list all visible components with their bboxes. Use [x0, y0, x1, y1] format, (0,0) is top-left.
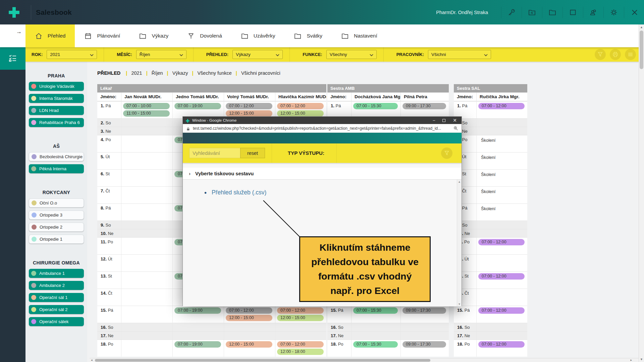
shift-pill[interactable]: 07:00 - 12:00: [478, 273, 525, 280]
location-ortopedie-2[interactable]: Ortopedie 2: [29, 223, 84, 232]
shift-cell[interactable]: [121, 272, 172, 289]
tab-uzaverky[interactable]: Uzávěrky: [231, 24, 285, 47]
list-scroll-up-icon[interactable]: ▲: [457, 180, 462, 183]
shift-pill[interactable]: 11:00 - 15:00: [123, 110, 170, 117]
maximize-icon[interactable]: [442, 119, 445, 122]
tab-prehled[interactable]: Přehled: [25, 24, 75, 47]
shift-cell[interactable]: 07:00 - 12:00: [476, 102, 527, 118]
shift-cell[interactable]: 07:00 - 12:00: [476, 306, 527, 323]
shift-cell[interactable]: [476, 229, 527, 237]
popup-urlbar[interactable]: test.tamed.cz/window.php?checked=&modul=…: [183, 124, 462, 133]
minimize-icon[interactable]: –: [433, 118, 435, 122]
shift-cell[interactable]: [351, 323, 400, 331]
breadcrumb-item-vykazy[interactable]: Výkazy: [172, 70, 188, 76]
breadcrumb-item-rijen[interactable]: Říjen: [152, 70, 163, 76]
reset-button[interactable]: reset: [240, 148, 265, 158]
close-icon[interactable]: [630, 8, 639, 17]
shift-cell[interactable]: 07:00 - 12:0012:00 - 18:00: [275, 340, 326, 357]
shift-pill[interactable]: 09:00 - 17:30: [402, 341, 446, 348]
shift-cell[interactable]: 07:00 - 12:00: [476, 238, 527, 254]
user-name[interactable]: PharmDr. Ondřej Straka: [436, 10, 488, 15]
popup-url[interactable]: test.tamed.cz/window.php?checked=&modul=…: [193, 126, 450, 131]
shift-cell[interactable]: 07:00 - 15:30: [351, 102, 400, 118]
scroll-up-icon[interactable]: ▲: [639, 25, 644, 29]
location-ldn-hrad[interactable]: LDN Hrad: [29, 106, 84, 115]
shift-pill[interactable]: 07:00 - 12:00: [226, 307, 272, 314]
horizontal-scroll-thumb[interactable]: [95, 359, 430, 362]
scroll-down-icon[interactable]: ▼: [639, 358, 644, 361]
location-interna-staromak[interactable]: Interna Staromák: [29, 94, 84, 103]
shift-cell[interactable]: [172, 331, 224, 340]
funkce-select[interactable]: Všechny: [326, 50, 377, 59]
shift-pill[interactable]: 12:00 - 15:00: [226, 315, 272, 321]
shift-cell[interactable]: 07:00 - 12:0012:00 - 15:00: [224, 102, 275, 118]
search-input[interactable]: [189, 148, 240, 158]
vertical-scroll-thumb[interactable]: [640, 31, 643, 69]
shift-cell[interactable]: [121, 323, 172, 331]
breadcrumb-item-vsechny-funkce[interactable]: Všechny funkce: [197, 70, 231, 76]
shift-pill[interactable]: 07:00 - 12:00: [478, 103, 525, 109]
folder-icon[interactable]: [548, 8, 557, 17]
collapse-arrow-icon[interactable]: →: [16, 28, 22, 35]
shift-pill[interactable]: 07:00 - 15:30: [353, 103, 398, 109]
shift-cell[interactable]: [476, 119, 527, 127]
key-icon[interactable]: [507, 8, 516, 17]
shift-cell[interactable]: Školení: [476, 187, 527, 203]
shift-cell[interactable]: [351, 331, 400, 340]
report-section-header[interactable]: › Vyberte tiskovou sestavu: [183, 168, 462, 180]
filter-icon[interactable]: [595, 49, 606, 60]
shift-cell[interactable]: Školení: [476, 170, 527, 186]
location-bezbolestna-chirurgie[interactable]: Bezbolestná Chirurgie: [29, 152, 84, 161]
location-urologie-vaclavak[interactable]: Urologie Václavák: [29, 82, 84, 91]
print-icon[interactable]: [610, 49, 621, 60]
shift-cell[interactable]: [476, 323, 527, 331]
shift-cell[interactable]: [476, 255, 527, 272]
mesic-select[interactable]: Říjen: [136, 50, 186, 59]
location-ambulance-2[interactable]: Ambulance 2: [29, 281, 84, 290]
tab-planovani[interactable]: Plánování: [75, 24, 129, 47]
shift-pill[interactable]: 09:00 - 17:30: [402, 307, 446, 314]
users-icon[interactable]: [589, 8, 598, 17]
location-rehabilitace-praha-6[interactable]: Rehabilitace Praha 6: [29, 118, 84, 127]
shift-cell[interactable]: [121, 331, 172, 340]
shift-cell[interactable]: 07:00 - 12:0012:00 - 15:00: [275, 306, 326, 323]
shift-cell[interactable]: 07:00 - 19:00: [172, 340, 224, 357]
shift-pill[interactable]: 07:00 - 12:00: [277, 341, 324, 348]
shift-pill[interactable]: 07:00 - 12:00: [478, 307, 525, 314]
shift-cell[interactable]: 07:00 - 15:30: [351, 340, 400, 357]
shift-pill[interactable]: 07:00 - 12:00: [478, 341, 525, 348]
shift-pill[interactable]: 07:00 - 12:00: [226, 103, 272, 109]
shift-cell[interactable]: 09:00 - 17:30: [400, 340, 449, 357]
rok-select[interactable]: 2021: [47, 50, 97, 59]
shift-cell[interactable]: [400, 323, 449, 331]
shift-pill[interactable]: 12:00 - 15:00: [277, 315, 324, 321]
prehled-select[interactable]: Výkazy: [232, 50, 283, 59]
shift-cell[interactable]: [121, 340, 172, 357]
shift-pill[interactable]: 07:00 - 12:00: [277, 307, 324, 314]
location-operacni-sal-1[interactable]: Operační sál 1: [29, 293, 84, 302]
folder-note-icon[interactable]: N: [528, 8, 536, 17]
shift-cell[interactable]: [121, 135, 172, 152]
shift-cell[interactable]: 07:00 - 12:00: [476, 340, 527, 357]
gear-icon[interactable]: [609, 8, 618, 17]
breadcrumb-item-2021[interactable]: 2021: [131, 70, 142, 76]
scroll-right-icon[interactable]: ▸: [630, 358, 632, 362]
menu-icon[interactable]: [625, 49, 636, 60]
shift-cell[interactable]: [121, 204, 172, 221]
shift-cell[interactable]: [121, 306, 172, 323]
shift-cell[interactable]: [121, 187, 172, 203]
shift-cell[interactable]: Školení: [476, 153, 527, 169]
shift-cell[interactable]: [121, 221, 172, 229]
tab-dovolena[interactable]: Dovolená: [178, 24, 231, 47]
shift-cell[interactable]: 07:00 - 19:00: [172, 102, 224, 118]
list-scroll-down-icon[interactable]: ▼: [457, 303, 462, 306]
shift-cell[interactable]: 07:00 - 19:00: [172, 306, 224, 323]
filter-icon[interactable]: [441, 147, 452, 159]
shift-cell[interactable]: [476, 331, 527, 340]
close-window-icon[interactable]: ✕: [453, 118, 457, 122]
location-ocni-o-o[interactable]: Oční O.o: [29, 198, 84, 207]
shift-pill[interactable]: 07:00 - 15:30: [353, 307, 398, 314]
popup-titlebar[interactable]: Window - Google Chrome – ✕: [183, 117, 462, 124]
shift-pill[interactable]: 07:00 - 19:00: [174, 341, 221, 348]
scroll-left-icon[interactable]: ◂: [91, 358, 93, 362]
